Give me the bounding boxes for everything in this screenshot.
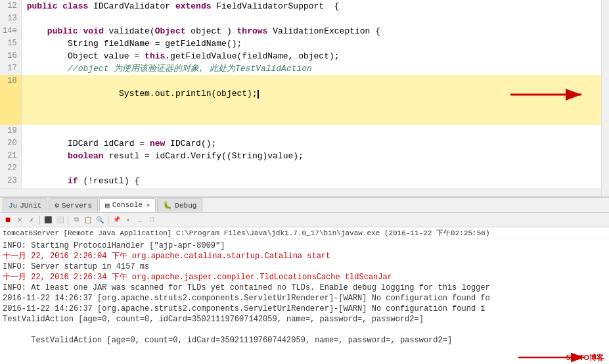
remove-button[interactable]: ✗ (26, 215, 37, 225)
line-number: 20 (0, 137, 21, 150)
tab-bar: Ju JUnit ⚙ Servers ▤ Console ✕ 🐛 Debug (0, 197, 609, 213)
line-number: 14⊖ (0, 25, 21, 37)
table-row: 13 (0, 12, 609, 25)
line-number: 15 (0, 37, 21, 50)
horizontal-scrollbar[interactable] (0, 189, 609, 196)
console-output: INFO: Starting ProtocolHandler ["ajp-apr… (0, 239, 609, 364)
console-server-label: tomcat6Server [Remote Java Application] … (3, 229, 490, 237)
console-toolbar: ■ ✕ ✗ ⬛ ⬜ ⧉ 📋 🔍 📌 ▾ _ □ (0, 213, 609, 227)
vertical-scrollbar[interactable] (601, 0, 609, 196)
pin-button[interactable]: 📌 (111, 215, 122, 225)
table-row: 20 IDCard idCard = new IDCard(); (0, 137, 609, 150)
find-button[interactable]: 🔍 (95, 215, 105, 225)
table-row: 12 public class IDCardValidator extends … (0, 0, 609, 12)
list-item: 2016-11-22 14:26:37 [org.apache.struts2.… (3, 304, 606, 314)
line-number: 17 (0, 62, 21, 75)
table-row: 19 (0, 125, 609, 137)
code-cell (21, 12, 609, 25)
list-item: 十一月 22, 2016 2:26:04 下午 org.apache.catal… (3, 251, 606, 262)
console-icon: ▤ (105, 201, 110, 210)
code-cell (21, 125, 609, 137)
list-item: TestValidAction [age=0, count=0, idCard=… (3, 314, 606, 325)
list-item: INFO: Starting ProtocolHandler ["ajp-apr… (3, 240, 606, 251)
code-cell: Object value = this.getFieldValue(fieldN… (21, 50, 609, 62)
line-number: 21 (0, 150, 21, 162)
table-row: 14⊖ public void validate(Object object )… (0, 25, 609, 37)
paste-button[interactable]: 📋 (83, 215, 93, 225)
copy-button[interactable]: ⧉ (71, 215, 81, 225)
code-cell: public void validate(Object object ) thr… (21, 25, 609, 37)
code-cell: public class IDCardValidator extends Fie… (21, 0, 609, 12)
debug-icon: 🐛 (163, 201, 172, 210)
console-server-header: tomcat6Server [Remote Java Application] … (0, 227, 609, 239)
table-row: 16 Object value = this.getFieldValue(fie… (0, 50, 609, 62)
maximize-button[interactable]: □ (147, 215, 157, 225)
watermark: 51CTO博客 (566, 352, 604, 363)
code-cell: String fieldName = getFieldName(); (21, 37, 609, 50)
table-row: 15 String fieldName = getFieldName(); (0, 37, 609, 50)
toolbar-separator-1 (39, 216, 40, 225)
servers-icon: ⚙ (55, 201, 59, 210)
code-cell: //object 为使用该验证器的对象, 此处为TestValidAction (21, 62, 609, 75)
menu-button[interactable]: ▾ (123, 215, 133, 225)
table-row: 21 boolean resutl = idCard.Verify((Strin… (0, 150, 609, 162)
list-item: INFO: At least one JAR was scanned for T… (3, 283, 606, 293)
code-cell: boolean resutl = idCard.Verify((String)v… (21, 150, 609, 162)
bottom-panel: Ju JUnit ⚙ Servers ▤ Console ✕ 🐛 Debug ■… (0, 197, 609, 364)
toolbar-separator-2 (68, 216, 68, 225)
code-cell: if (!resutl) { (21, 175, 609, 187)
toolbar-separator-3 (108, 216, 108, 225)
terminate-button[interactable]: ✕ (14, 215, 25, 225)
line-number: 22 (0, 162, 21, 175)
list-item: INFO: Server startup in 4157 ms (3, 262, 606, 272)
stop-button[interactable]: ■ (3, 215, 13, 225)
tab-junit-label: JUnit (20, 202, 41, 210)
line-number: 16 (0, 50, 21, 62)
editor-area: 12 public class IDCardValidator extends … (0, 0, 609, 197)
table-row: 18 System.out.println(object); (0, 75, 609, 125)
code-table: 12 public class IDCardValidator extends … (0, 0, 609, 197)
list-item: 十一月 22, 2016 2:26:34 下午 org.apache.jaspe… (3, 272, 606, 283)
tab-console[interactable]: ▤ Console ✕ (99, 198, 156, 212)
tab-debug[interactable]: 🐛 Debug (157, 198, 202, 212)
tab-debug-label: Debug (175, 202, 196, 210)
table-row: 17 //object 为使用该验证器的对象, 此处为TestValidActi… (0, 62, 609, 75)
junit-icon: Ju (9, 202, 17, 210)
minimize-button[interactable]: _ (135, 215, 145, 225)
table-row: 23 if (!resutl) { (0, 175, 609, 187)
list-item: TestValidAction [age=0, count=0, idCard=… (3, 325, 606, 364)
close-icon[interactable]: ✕ (147, 202, 150, 209)
tab-junit[interactable]: Ju JUnit (3, 198, 47, 212)
arrow-right-svg (510, 89, 589, 101)
line-number: 18 (0, 75, 21, 125)
code-cell (21, 162, 609, 175)
line-number: 23 (0, 175, 21, 187)
list-item: 2016-11-22 14:26:37 [org.apache.struts2.… (3, 293, 606, 304)
table-row: 22 (0, 162, 609, 175)
clear-button[interactable]: ⬛ (43, 215, 53, 225)
line-number: 12 (0, 0, 21, 12)
line-number: 19 (0, 125, 21, 137)
code-cell: IDCard idCard = new IDCard(); (21, 137, 609, 150)
scroll-lock-button[interactable]: ⬜ (55, 215, 65, 225)
tab-console-label: Console (112, 201, 143, 209)
tab-servers[interactable]: ⚙ Servers (49, 198, 98, 212)
code-cell: System.out.println(object); (21, 75, 609, 125)
line-number: 13 (0, 12, 21, 25)
tab-servers-label: Servers (62, 202, 92, 210)
